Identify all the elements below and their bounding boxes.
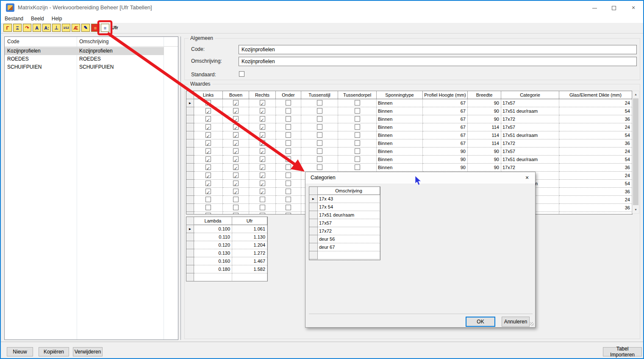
cell-breedte[interactable]: 90 — [468, 164, 501, 172]
cell-checkbox[interactable] — [338, 123, 377, 131]
cell-glas-dikte[interactable]: 24 — [559, 99, 632, 107]
checkbox[interactable] — [233, 181, 239, 186]
cell-checkbox[interactable] — [301, 147, 338, 156]
row-selector[interactable] — [309, 251, 318, 259]
checkbox[interactable] — [286, 173, 291, 178]
checkbox[interactable] — [355, 124, 360, 130]
cell-checkbox[interactable] — [276, 147, 301, 156]
list-item[interactable]: SCHUIFPUIENSCHUIFPUIEN — [5, 63, 164, 71]
checkbox[interactable] — [260, 116, 265, 122]
cell-lambda[interactable]: 0.100 — [194, 225, 232, 233]
checkbox[interactable] — [260, 164, 265, 170]
checkbox[interactable] — [233, 116, 239, 122]
cell-checkbox[interactable] — [249, 139, 276, 147]
waardes-scrollbar[interactable]: ▲ ▼ — [632, 91, 639, 214]
checkbox[interactable] — [205, 164, 211, 170]
cell-omschrijving[interactable] — [318, 251, 380, 259]
cell-checkbox[interactable] — [276, 196, 301, 204]
cell-checkbox[interactable] — [194, 123, 223, 131]
checkbox[interactable] — [233, 205, 239, 210]
checkbox[interactable] — [317, 140, 322, 146]
checkbox[interactable] — [355, 108, 360, 114]
checkbox[interactable] — [260, 173, 265, 178]
row-selector[interactable]: ► — [309, 195, 318, 203]
row-selector[interactable] — [186, 156, 194, 164]
cell-checkbox[interactable] — [223, 131, 249, 139]
column-header[interactable]: Lambda — [194, 217, 232, 225]
cell-checkbox[interactable] — [194, 115, 223, 123]
checkbox[interactable] — [205, 108, 211, 114]
cell-glas-dikte[interactable]: 36 — [559, 164, 632, 172]
cell-sponningtype[interactable]: Binnen — [377, 156, 423, 164]
checkbox[interactable] — [205, 173, 211, 178]
cell-profiel-hoogte[interactable]: 67 — [423, 99, 468, 107]
cell-breedte[interactable]: 90 — [468, 115, 501, 123]
cell-checkbox[interactable] — [338, 115, 377, 123]
checkbox[interactable] — [286, 213, 291, 214]
cell-sponningtype[interactable]: Binnen — [377, 99, 423, 107]
cell-checkbox[interactable] — [249, 180, 276, 188]
cell-ufr[interactable]: 1.061 — [232, 225, 267, 233]
cell-checkbox[interactable] — [249, 188, 276, 196]
checkbox[interactable] — [205, 124, 211, 130]
checkbox[interactable] — [355, 100, 360, 106]
row-selector[interactable] — [186, 131, 194, 139]
row-selector[interactable] — [186, 188, 194, 196]
cell-lambda[interactable]: 0.120 — [194, 241, 232, 249]
scroll-up-icon[interactable]: ▲ — [633, 91, 639, 98]
cell-checkbox[interactable] — [249, 131, 276, 139]
cell-checkbox[interactable] — [338, 147, 377, 156]
omschrijving-input[interactable] — [239, 57, 637, 66]
menu-help[interactable]: Help — [48, 14, 66, 23]
cell-glas-dikte[interactable]: 24 — [559, 147, 632, 156]
checkbox[interactable] — [233, 124, 239, 130]
cell-lambda[interactable]: 0.130 — [194, 249, 232, 257]
cell-sponningtype[interactable]: Binnen — [377, 115, 423, 123]
ok-button[interactable]: OK — [466, 317, 495, 327]
checkbox[interactable] — [355, 164, 360, 170]
maximize-button[interactable] — [604, 1, 624, 14]
cell-categorie[interactable]: 17x57 — [501, 99, 559, 107]
fraction-1-12-icon[interactable]: 1/12 — [62, 24, 70, 32]
cell-checkbox[interactable] — [338, 99, 377, 107]
menu-bestand[interactable]: Bestand — [1, 14, 27, 23]
checkbox[interactable] — [355, 140, 360, 146]
cell-sponningtype[interactable]: Binnen — [377, 107, 423, 115]
checkbox[interactable] — [260, 148, 265, 154]
checkbox[interactable] — [233, 148, 239, 154]
cell-checkbox[interactable] — [338, 139, 377, 147]
checkbox[interactable] — [286, 181, 291, 186]
checkbox[interactable] — [233, 197, 239, 202]
checkbox[interactable] — [233, 132, 239, 138]
row-selector[interactable] — [186, 265, 194, 273]
cell-checkbox[interactable] — [194, 196, 223, 204]
cell-omschrijving[interactable]: deur 56 — [318, 235, 380, 243]
cell-checkbox[interactable] — [223, 172, 249, 180]
cell-lambda[interactable]: 0.160 — [194, 257, 232, 265]
column-header[interactable]: Ufr — [232, 217, 267, 225]
cell-checkbox[interactable] — [249, 204, 276, 212]
checkbox[interactable] — [260, 197, 265, 202]
cell-checkbox[interactable] — [338, 156, 377, 164]
cell-checkbox[interactable] — [249, 147, 276, 156]
column-header[interactable]: Boven — [223, 91, 249, 99]
cell-omschrijving[interactable]: 17x 43 — [318, 195, 380, 203]
cell-checkbox[interactable] — [276, 123, 301, 131]
row-selector[interactable] — [186, 139, 194, 147]
cell-lambda[interactable] — [194, 273, 232, 281]
cell-checkbox[interactable] — [223, 164, 249, 172]
cell-checkbox[interactable] — [301, 156, 338, 164]
checkbox[interactable] — [205, 181, 211, 186]
checkbox[interactable] — [205, 100, 211, 106]
cell-profiel-hoogte[interactable]: 67 — [423, 115, 468, 123]
checkbox[interactable] — [286, 100, 291, 106]
checkbox[interactable] — [317, 132, 322, 138]
panel-splitter[interactable] — [180, 36, 181, 340]
cell-checkbox[interactable] — [249, 107, 276, 115]
cell-checkbox[interactable] — [194, 204, 223, 212]
cell-checkbox[interactable] — [194, 188, 223, 196]
cell-checkbox[interactable] — [223, 212, 249, 214]
row-selector[interactable] — [186, 241, 194, 249]
cell-checkbox[interactable] — [276, 188, 301, 196]
cell-sponningtype[interactable]: Binnen — [377, 147, 423, 156]
